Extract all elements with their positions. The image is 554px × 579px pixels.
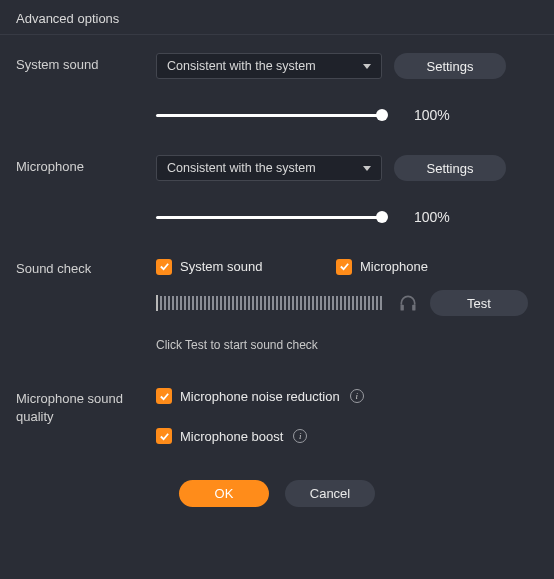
microphone-volume-value: 100% xyxy=(414,209,450,225)
system-sound-volume-value: 100% xyxy=(414,107,450,123)
svg-rect-1 xyxy=(412,305,415,311)
microphone-settings-button[interactable]: Settings xyxy=(394,155,506,181)
checkbox-checked-icon xyxy=(156,259,172,275)
microphone-device-select[interactable]: Consistent with the system xyxy=(156,155,382,181)
system-sound-checkbox-label: System sound xyxy=(180,259,262,274)
chevron-down-icon xyxy=(363,64,371,69)
checkbox-checked-icon xyxy=(336,259,352,275)
sound-level-meter xyxy=(156,295,382,311)
system-sound-device-select[interactable]: Consistent with the system xyxy=(156,53,382,79)
dialog-footer: OK Cancel xyxy=(16,480,538,507)
system-sound-checkbox[interactable]: System sound xyxy=(156,259,336,275)
mic-quality-section: Microphone sound quality Microphone nois… xyxy=(16,386,538,444)
chevron-down-icon xyxy=(363,166,371,171)
system-sound-row: System sound Consistent with the system … xyxy=(16,53,538,79)
microphone-checkbox[interactable]: Microphone xyxy=(336,259,428,275)
dialog-title: Advanced options xyxy=(0,0,554,35)
info-icon[interactable]: i xyxy=(293,429,307,443)
system-sound-volume-slider[interactable] xyxy=(156,109,382,121)
info-icon[interactable]: i xyxy=(350,389,364,403)
system-sound-label: System sound xyxy=(16,53,156,72)
checkbox-checked-icon xyxy=(156,388,172,404)
sound-check-meter-row: Test xyxy=(16,290,538,316)
checkbox-checked-icon xyxy=(156,428,172,444)
system-sound-volume-row: 100% xyxy=(16,107,538,123)
slider-thumb-icon xyxy=(376,211,388,223)
microphone-checkbox-label: Microphone xyxy=(360,259,428,274)
microphone-device-value: Consistent with the system xyxy=(167,161,316,175)
system-sound-device-value: Consistent with the system xyxy=(167,59,316,73)
ok-button[interactable]: OK xyxy=(179,480,269,507)
mic-boost-label: Microphone boost xyxy=(180,429,283,444)
microphone-label: Microphone xyxy=(16,155,156,174)
microphone-volume-slider[interactable] xyxy=(156,211,382,223)
microphone-volume-row: 100% xyxy=(16,209,538,225)
svg-rect-0 xyxy=(401,305,404,311)
noise-reduction-label: Microphone noise reduction xyxy=(180,389,340,404)
microphone-row: Microphone Consistent with the system Se… xyxy=(16,155,538,181)
mic-boost-checkbox[interactable]: Microphone boost xyxy=(156,428,283,444)
slider-thumb-icon xyxy=(376,109,388,121)
cancel-button[interactable]: Cancel xyxy=(285,480,375,507)
noise-reduction-checkbox[interactable]: Microphone noise reduction xyxy=(156,388,340,404)
dialog-content: System sound Consistent with the system … xyxy=(0,35,554,507)
headphone-icon xyxy=(398,293,418,313)
system-sound-settings-button[interactable]: Settings xyxy=(394,53,506,79)
mic-quality-label: Microphone sound quality xyxy=(16,386,156,425)
sound-check-row: Sound check System sound Microphone xyxy=(16,257,538,276)
sound-check-hint-row: Click Test to start sound check xyxy=(16,326,538,352)
sound-check-hint: Click Test to start sound check xyxy=(156,338,318,352)
sound-check-label: Sound check xyxy=(16,257,156,276)
test-button[interactable]: Test xyxy=(430,290,528,316)
